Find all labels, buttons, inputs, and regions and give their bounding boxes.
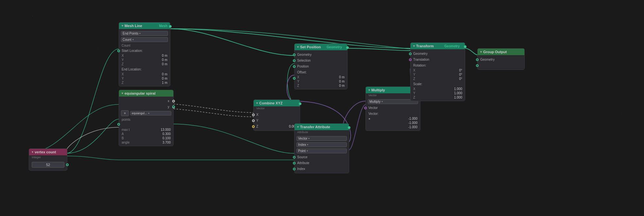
- set-pos-body: Geometry Selection Position Offset: X 0 …: [295, 50, 347, 89]
- combine-z-socket[interactable]: [252, 125, 255, 128]
- angle-row: angle 3.700: [119, 140, 173, 145]
- set-pos-pos-row: Position: [295, 63, 347, 69]
- transform-trans-socket[interactable]: [409, 58, 412, 61]
- transfer-type-dropdown[interactable]: Vector ▾: [297, 136, 347, 141]
- spiral-out-socket[interactable]: [172, 105, 175, 108]
- combine-x-socket[interactable]: [252, 114, 255, 116]
- combine-subtitle: Vector: [254, 106, 300, 110]
- op-arrow: ▾: [381, 100, 383, 103]
- combine-body: X Y Z 0.000: [254, 110, 300, 131]
- start-z-value: 0 m: [127, 62, 167, 66]
- transfer-type-row[interactable]: Vector ▾: [295, 135, 349, 142]
- vertex-title: vertex count: [35, 150, 56, 154]
- end-z-value: 1 m: [127, 81, 167, 85]
- mode-dropdown[interactable]: End Points ▾: [121, 31, 168, 36]
- transform-scale-z-label: Z: [413, 96, 417, 99]
- transform-node[interactable]: ▾ Transform Geometry Geometry Translatio…: [410, 42, 465, 101]
- transform-rot-z-value: 0°: [418, 77, 462, 81]
- vertex-arrow: ▾: [32, 150, 33, 154]
- set-pos-header[interactable]: ▾ Set Position Geometry: [295, 44, 347, 50]
- combine-z-label: Z: [256, 125, 289, 128]
- transform-scale-y-value: 1.000: [418, 91, 462, 95]
- group-output-header[interactable]: ▾ Group Output: [478, 49, 524, 55]
- mesh-line-node[interactable]: ▾ Mesh Line Mesh End Points ▾ Count ▾ Co…: [119, 22, 170, 86]
- equiangular-spiral-node[interactable]: ▾ equiangular spiral x y ≡ equiangul... …: [119, 90, 174, 146]
- start-loc-socket[interactable]: [117, 50, 120, 52]
- multiply-vec-socket[interactable]: [364, 107, 367, 109]
- transform-trans-label: Translation: [413, 58, 462, 61]
- preset-value: equiangul...: [132, 112, 147, 115]
- transfer-mapping-dropdown[interactable]: Index ▾: [297, 142, 347, 147]
- count-mode-dropdown[interactable]: Count ▾: [121, 37, 168, 42]
- transform-scale-y-row: Y 1.000: [411, 91, 465, 95]
- transform-trans-row: Translation: [411, 56, 465, 62]
- b-value: 0.100: [136, 136, 171, 140]
- transform-rot-y-label: Y: [413, 73, 417, 76]
- spiral-preset-dropdown[interactable]: equiangul... ▾: [130, 111, 171, 116]
- set-pos-sel-socket[interactable]: [293, 59, 296, 62]
- group-output-node[interactable]: ▾ Group Output Geometry: [477, 48, 525, 70]
- combine-out-socket[interactable]: [299, 102, 301, 105]
- end-z-row: Z 1 m: [119, 81, 170, 85]
- x-out-socket[interactable]: [172, 100, 175, 102]
- mode-row[interactable]: End Points ▾: [119, 30, 170, 37]
- transfer-out-socket[interactable]: [348, 126, 350, 129]
- vertex-out-socket[interactable]: [66, 163, 69, 166]
- set-position-node[interactable]: ▾ Set Position Geometry Geometry Selecti…: [294, 43, 347, 89]
- group-output-title: Group Output: [483, 50, 507, 54]
- transform-geo-label: Geometry: [413, 52, 462, 55]
- set-pos-pos-socket[interactable]: [293, 65, 296, 68]
- mesh-line-header[interactable]: ▾ Mesh Line Mesh: [119, 23, 170, 29]
- combine-y-socket[interactable]: [252, 119, 255, 122]
- combine-header[interactable]: ▾ Combine XYZ: [254, 100, 300, 106]
- end-label: End Location:: [122, 68, 167, 71]
- collapse-arrow: ▾: [122, 24, 123, 27]
- vertex-count-node[interactable]: ▾ vertex count Integer 52: [29, 148, 67, 171]
- transfer-mapping-row[interactable]: Index ▾: [295, 142, 349, 148]
- transfer-source-socket[interactable]: [293, 156, 296, 159]
- start-x-label: X: [122, 54, 126, 57]
- start-y-label: Y: [122, 58, 126, 62]
- transform-out-socket[interactable]: [464, 45, 466, 48]
- vertex-value-row: 52: [29, 161, 67, 169]
- transfer-domain-row[interactable]: Point ▾: [295, 148, 349, 154]
- end-location-label: End Location:: [119, 66, 170, 72]
- set-pos-geo-socket[interactable]: [293, 54, 296, 56]
- transfer-mapping-value: Index: [298, 143, 306, 147]
- multiply-arrow: ▾: [368, 88, 370, 92]
- mesh-output-socket[interactable]: [169, 25, 172, 28]
- spiral-header[interactable]: ▾ equiangular spiral: [119, 90, 173, 97]
- transform-body: Geometry Translation Rotation: X 0° Y 0°…: [411, 49, 465, 101]
- transform-scale-y-label: Y: [413, 91, 417, 95]
- vertex-header[interactable]: ▾ vertex count: [29, 149, 67, 155]
- transform-scale-x-row: X 1.000: [411, 87, 465, 91]
- spiral-body: x y ≡ equiangul... ▾ points max t 13.000…: [119, 97, 173, 146]
- combine-xyz-node[interactable]: ▾ Combine XYZ Vector X Y Z 0.000: [253, 100, 300, 131]
- mode-value: End Points: [123, 32, 138, 35]
- set-pos-output-label: Geometry: [327, 45, 342, 49]
- transform-scale-label-row: Scale:: [411, 81, 465, 87]
- multiply-z-row: -1.000: [366, 125, 420, 129]
- start-location-label: Start Location:: [119, 48, 170, 54]
- transfer-header[interactable]: ▾ Transfer Attribute: [295, 124, 349, 130]
- count-mode-row[interactable]: Count ▾: [119, 37, 170, 43]
- set-pos-output-socket[interactable]: [346, 46, 349, 49]
- transform-geo-socket[interactable]: [409, 53, 412, 55]
- max-t-row: max t 13.000: [119, 128, 173, 132]
- transfer-index-socket[interactable]: [293, 168, 296, 170]
- transfer-domain-dropdown[interactable]: Point ▾: [297, 148, 347, 153]
- group-output-geo-socket[interactable]: [476, 58, 479, 61]
- group-output-extra-socket[interactable]: [476, 64, 479, 67]
- set-pos-geo-row: Geometry: [295, 52, 347, 57]
- group-output-geo-label: Geometry: [480, 58, 522, 61]
- transform-header[interactable]: ▾ Transform Geometry: [411, 43, 465, 49]
- spiral-in-socket[interactable]: [117, 123, 120, 126]
- transfer-attr-label: Attribute: [297, 161, 346, 165]
- spiral-preset-row[interactable]: ≡ equiangul... ▾: [119, 110, 173, 117]
- transfer-attribute-node[interactable]: ▾ Transfer Attribute Attribute Vector ▾ …: [294, 123, 349, 173]
- spiral-x-row: x: [119, 98, 173, 104]
- transfer-attr-socket[interactable]: [293, 162, 296, 164]
- group-output-arrow: ▾: [480, 50, 482, 54]
- multiply-x-value: -1.000: [374, 117, 417, 120]
- transform-scale-z-row: Z 1.000: [411, 95, 465, 100]
